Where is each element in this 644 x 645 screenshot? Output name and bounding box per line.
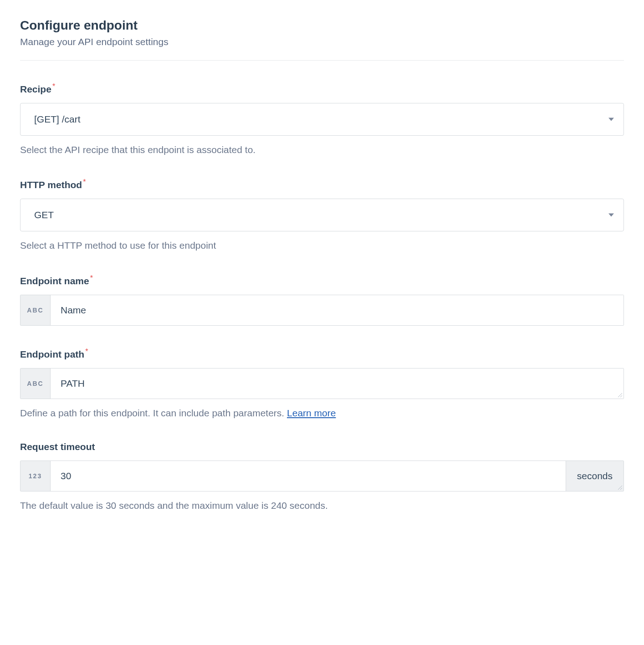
request-timeout-input[interactable] xyxy=(51,461,566,491)
text-type-icon: ABC xyxy=(20,295,51,325)
page-title: Configure endpoint xyxy=(20,18,624,33)
request-timeout-label-text: Request timeout xyxy=(20,441,95,452)
recipe-select-wrapper: [GET] /cart xyxy=(20,103,624,136)
text-type-icon: ABC xyxy=(20,369,51,399)
request-timeout-input-row: 123 seconds xyxy=(20,461,624,491)
request-timeout-label: Request timeout xyxy=(20,441,624,452)
endpoint-path-input[interactable] xyxy=(51,369,624,399)
field-endpoint-name: Endpoint name* ABC xyxy=(20,274,624,326)
endpoint-name-label: Endpoint name* xyxy=(20,274,624,287)
endpoint-name-input-row: ABC xyxy=(20,295,624,326)
required-star-icon: * xyxy=(52,82,55,90)
endpoint-path-label-text: Endpoint path xyxy=(20,349,84,359)
required-star-icon: * xyxy=(90,274,93,282)
endpoint-name-label-text: Endpoint name xyxy=(20,276,89,286)
svg-line-2 xyxy=(618,486,622,490)
http-method-label: HTTP method* xyxy=(20,178,624,190)
svg-line-3 xyxy=(620,488,622,490)
endpoint-path-input-row: ABC xyxy=(20,368,624,399)
page-subtitle: Manage your API endpoint settings xyxy=(20,36,624,47)
recipe-label: Recipe* xyxy=(20,82,624,95)
http-method-select-value: GET xyxy=(34,210,54,220)
required-star-icon: * xyxy=(83,178,86,186)
endpoint-path-help-text: Define a path for this endpoint. It can … xyxy=(20,408,287,418)
field-request-timeout: Request timeout 123 seconds The default … xyxy=(20,441,624,512)
request-timeout-suffix-text: seconds xyxy=(577,471,613,481)
http-method-label-text: HTTP method xyxy=(20,179,82,190)
field-http-method: HTTP method* GET Select a HTTP method to… xyxy=(20,178,624,252)
http-method-help: Select a HTTP method to use for this end… xyxy=(20,239,624,252)
field-endpoint-path: Endpoint path* ABC Define a path for thi… xyxy=(20,348,624,420)
endpoint-path-help: Define a path for this endpoint. It can … xyxy=(20,406,624,420)
divider xyxy=(20,60,624,61)
endpoint-name-input[interactable] xyxy=(51,295,624,325)
recipe-help: Select the API recipe that this endpoint… xyxy=(20,143,624,156)
http-method-select[interactable]: GET xyxy=(20,199,624,231)
required-star-icon: * xyxy=(85,348,88,355)
recipe-select-value: [GET] /cart xyxy=(34,114,81,125)
request-timeout-suffix: seconds xyxy=(566,461,624,491)
recipe-label-text: Recipe xyxy=(20,84,51,94)
endpoint-path-label: Endpoint path* xyxy=(20,348,624,360)
learn-more-link[interactable]: Learn more xyxy=(287,408,336,418)
request-timeout-help: The default value is 30 seconds and the … xyxy=(20,499,624,512)
recipe-select[interactable]: [GET] /cart xyxy=(20,103,624,136)
resize-handle-icon xyxy=(617,485,623,490)
field-recipe: Recipe* [GET] /cart Select the API recip… xyxy=(20,82,624,156)
number-type-icon: 123 xyxy=(20,461,51,491)
http-method-select-wrapper: GET xyxy=(20,199,624,231)
